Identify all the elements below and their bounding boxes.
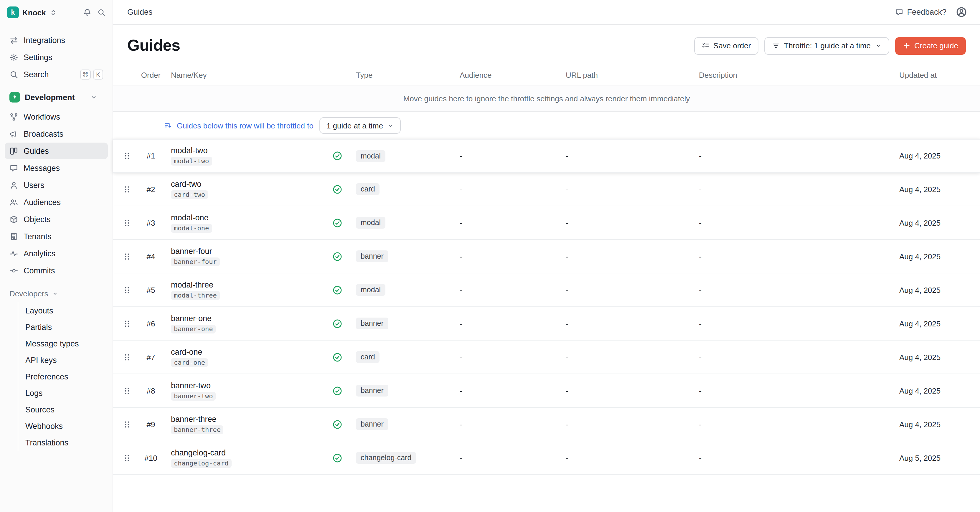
sidebar-item-api-keys[interactable]: API keys — [18, 352, 108, 368]
sidebar-item-messages[interactable]: Messages — [5, 160, 108, 176]
sidebar-item-webhooks[interactable]: Webhooks — [18, 418, 108, 434]
sidebar-item-preferences[interactable]: Preferences — [18, 368, 108, 385]
row-audience: - — [450, 185, 556, 194]
table-row[interactable]: #3 modal-one modal-one modal - - - Aug 4… — [113, 206, 980, 240]
sidebar-item-logs[interactable]: Logs — [18, 385, 108, 401]
environment-switcher[interactable]: Development — [5, 87, 108, 107]
table-row[interactable]: #4 banner-four banner-four banner - - - … — [113, 240, 980, 273]
table-row[interactable]: #6 banner-one banner-one banner - - - Au… — [113, 307, 980, 340]
throttle-divider-link[interactable]: Guides below this row will be throttled … — [177, 121, 313, 130]
drag-handle-icon[interactable] — [123, 218, 131, 227]
save-order-button[interactable]: Save order — [694, 37, 759, 54]
row-order: #7 — [137, 353, 165, 361]
column-header-name-key: Name/Key — [165, 71, 324, 80]
sidebar-item-objects[interactable]: Objects — [5, 211, 108, 227]
guide-name[interactable]: modal-three — [171, 280, 213, 289]
drag-handle-icon[interactable] — [123, 353, 131, 361]
developers-section-toggle[interactable]: Developers — [5, 285, 108, 302]
guide-key: modal-three — [171, 291, 220, 300]
sidebar-item-audiences[interactable]: Audiences — [5, 194, 108, 210]
drag-handle-icon[interactable] — [123, 420, 131, 429]
sidebar-item-workflows[interactable]: Workflows — [5, 108, 108, 125]
save-order-icon — [702, 42, 709, 49]
row-description: - — [689, 252, 890, 261]
row-name-key: banner-three banner-three — [165, 415, 324, 434]
guide-name[interactable]: changelog-card — [171, 448, 226, 457]
guide-name[interactable]: banner-one — [171, 314, 212, 323]
sidebar-item-analytics[interactable]: Analytics — [5, 245, 108, 262]
table-row[interactable]: #2 card-two card-two card - - - Aug 4, 2… — [113, 173, 980, 206]
check-circle-icon — [332, 285, 342, 295]
workspace-selector-icon[interactable] — [49, 8, 57, 16]
table-row[interactable]: #9 banner-three banner-three banner - - … — [113, 408, 980, 441]
type-badge: banner — [356, 418, 388, 430]
sidebar-item-message-types[interactable]: Message types — [18, 335, 108, 352]
row-order: #1 — [137, 151, 165, 160]
guide-key: card-one — [171, 358, 208, 367]
sidebar-item-translations[interactable]: Translations — [18, 434, 108, 451]
notifications-bell-icon[interactable] — [83, 8, 91, 16]
sidebar-item-layouts[interactable]: Layouts — [18, 302, 108, 319]
environment-tile — [10, 92, 20, 103]
column-header-url-path: URL path — [556, 71, 689, 80]
sidebar-item-settings[interactable]: Settings — [5, 49, 108, 65]
guide-name[interactable]: card-two — [171, 180, 202, 188]
throttle-dropdown-button[interactable]: Throttle: 1 guide at a time — [764, 37, 889, 54]
guide-name[interactable]: banner-three — [171, 415, 216, 423]
shortcut-keys: ⌘K — [80, 69, 103, 79]
sidebar-item-guides[interactable]: Guides — [5, 143, 108, 159]
sidebar-item-commits[interactable]: Commits — [5, 262, 108, 279]
user-avatar[interactable] — [956, 6, 967, 17]
immediate-render-dropzone[interactable]: Move guides here to ignore the throttle … — [113, 86, 980, 112]
guide-name[interactable]: banner-two — [171, 381, 211, 390]
sidebar-item-broadcasts[interactable]: Broadcasts — [5, 126, 108, 142]
chevron-down-icon — [387, 122, 394, 129]
drag-handle-icon[interactable] — [123, 319, 131, 328]
sidebar-item-integrations[interactable]: Integrations — [5, 32, 108, 48]
drag-handle-icon[interactable] — [123, 453, 131, 462]
row-updated-at: Aug 4, 2025 — [890, 353, 966, 361]
table-row[interactable]: #7 card-one card-one card - - - Aug 4, 2… — [113, 340, 980, 374]
table-row[interactable]: #8 banner-two banner-two banner - - - Au… — [113, 374, 980, 408]
throttle-amount-dropdown[interactable]: 1 guide at a time — [320, 117, 401, 134]
table-row[interactable]: #1 modal-two modal-two modal - - - Aug 4… — [113, 139, 980, 173]
column-header-description: Description — [689, 71, 890, 80]
drag-handle-icon[interactable] — [123, 252, 131, 261]
sidebar-item-search[interactable]: Search ⌘K — [5, 66, 108, 83]
drag-handle-icon[interactable] — [123, 151, 131, 160]
table-row[interactable]: #5 modal-three modal-three modal - - - A… — [113, 273, 980, 307]
developers-label: Developers — [10, 289, 48, 298]
guide-name[interactable]: banner-four — [171, 246, 212, 255]
guide-name[interactable]: card-one — [171, 347, 202, 356]
sidebar-item-tenants[interactable]: Tenants — [5, 228, 108, 245]
row-description: - — [689, 319, 890, 328]
row-updated-at: Aug 4, 2025 — [890, 252, 966, 261]
row-order: #4 — [137, 252, 165, 261]
drag-handle-icon[interactable] — [123, 285, 131, 294]
row-updated-at: Aug 4, 2025 — [890, 420, 966, 429]
create-guide-button[interactable]: Create guide — [895, 37, 966, 54]
type-badge: changelog-card — [356, 452, 416, 464]
quick-search-icon[interactable] — [97, 8, 105, 16]
sidebar-item-partials[interactable]: Partials — [18, 319, 108, 335]
integrations-icon — [10, 36, 18, 45]
chevron-down-icon — [875, 43, 881, 49]
guide-key: banner-one — [171, 324, 216, 333]
drag-handle-icon[interactable] — [123, 386, 131, 395]
drag-handle-icon[interactable] — [123, 185, 131, 194]
row-order: #6 — [137, 319, 165, 328]
analytics-icon — [10, 249, 18, 258]
sidebar-item-users[interactable]: Users — [5, 177, 108, 193]
guides-table: Order Name/Key Type Audience URL path De… — [113, 65, 980, 475]
row-updated-at: Aug 4, 2025 — [890, 285, 966, 294]
guide-name[interactable]: modal-one — [171, 213, 208, 222]
workspace-switcher[interactable]: k Knock — [5, 0, 108, 25]
page-header: Guides Save order Throttle: 1 guide at a… — [113, 25, 980, 65]
row-url-path: - — [556, 353, 689, 361]
guide-key: banner-four — [171, 257, 220, 266]
table-row[interactable]: #10 changelog-card changelog-card change… — [113, 441, 980, 475]
sidebar-item-sources[interactable]: Sources — [18, 401, 108, 418]
row-description: - — [689, 353, 890, 361]
feedback-button[interactable]: Feedback? — [895, 8, 947, 16]
guide-name[interactable]: modal-two — [171, 146, 208, 155]
